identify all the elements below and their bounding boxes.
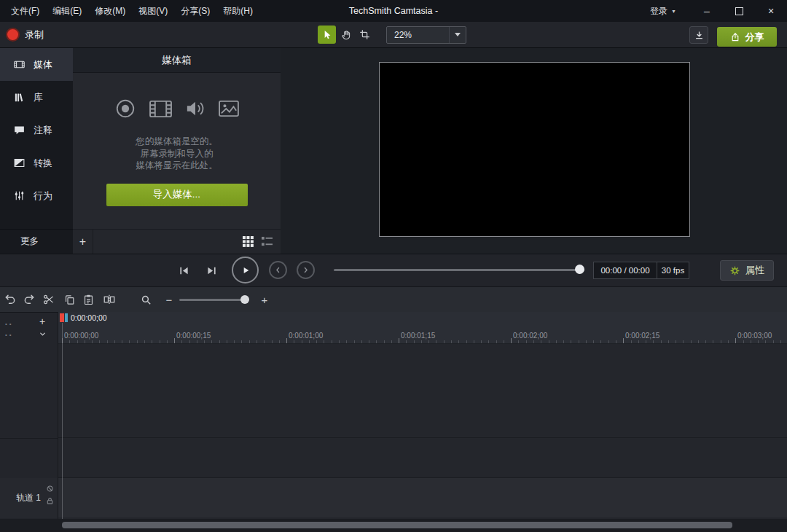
ruler-tick-mark [174,338,175,343]
grid-view-button[interactable] [243,236,254,247]
scrollbar-thumb[interactable] [62,522,732,528]
ruler-tick-label: 0:00:03;00 [737,332,772,340]
library-icon [13,91,26,103]
step-back-button[interactable] [175,262,192,279]
circle-slash-icon [46,485,54,493]
menu-file[interactable]: 文件(F) [4,0,46,22]
cursor-tool-button[interactable] [318,26,336,44]
gear-icon [729,265,740,276]
timeline-zoom-slider[interactable] [179,299,242,301]
sidebar-item-label: 媒体 [34,58,52,71]
playhead-in-handle[interactable] [65,313,68,322]
sidebar-item-transitions[interactable]: 转换 [0,146,73,179]
maximize-button[interactable] [723,0,755,22]
menu-help[interactable]: 帮助(H) [216,0,259,22]
track-header-column: •• •• + 轨道 1 [0,312,58,519]
sidebar-item-media[interactable]: 媒体 [0,48,73,81]
magnifier-icon [140,294,152,306]
sidebar-item-annotations[interactable]: 注释 [0,114,73,146]
crop-icon [359,29,370,40]
more-label: 更多 [20,235,39,248]
pan-tool-button[interactable] [337,26,355,44]
timeline-zoom-out-button[interactable]: − [160,291,178,308]
menu-modify[interactable]: 修改(M) [88,0,132,22]
cursor-icon [321,29,333,41]
track-menu-button[interactable] [35,328,50,340]
canvas-zoom-dropdown[interactable]: 22% [386,26,466,44]
redo-button[interactable] [20,291,38,308]
canvas-stage[interactable] [379,62,690,237]
scrubber-track[interactable] [334,269,584,271]
fps-display: 30 fps [657,262,689,279]
crop-tool-button[interactable] [356,26,374,44]
media-bin-empty-text: 您的媒体箱是空的。 屏幕录制和导入的 媒体将显示在此处。 [73,136,281,172]
add-track-button[interactable]: + [35,315,50,327]
track-lock-button[interactable] [46,497,54,505]
chevron-down-icon [449,27,466,43]
menu-items: 文件(F) 编辑(E) 修改(M) 视图(V) 分享(S) 帮助(H) [4,0,259,22]
sidebar-more-button[interactable]: 更多 [0,229,73,254]
time-display: 00:00 / 00:00 [593,262,657,279]
minimize-button[interactable]: – [691,0,723,22]
film-icon [149,99,173,119]
track-1-header[interactable]: 轨道 1 [0,478,58,518]
timeline-zoom-thumb[interactable] [240,295,249,304]
sidebar-item-library[interactable]: 库 [0,81,73,114]
sidebar-item-label: 注释 [34,124,52,137]
scrubber-thumb[interactable] [575,265,584,274]
track-1-lane[interactable] [58,477,787,517]
paste-button[interactable] [79,291,97,308]
sidebar-item-behaviors[interactable]: 行为 [0,179,73,212]
sidebar: 媒体 库 注释 转换 行为 [0,48,73,229]
split-icon [103,293,116,306]
close-button[interactable]: × [755,0,787,22]
undo-button[interactable] [1,291,19,308]
timeline-tracks-area[interactable] [58,344,787,519]
playhead-out-handle[interactable] [60,313,64,322]
play-button[interactable] [232,257,259,283]
chevron-down-icon: ▼ [671,9,676,14]
split-button[interactable] [101,291,118,308]
minus-icon: − [166,294,173,306]
track-disable-button[interactable] [46,485,54,493]
chevron-right-icon [301,265,310,275]
timeline-scrollbar [0,519,787,532]
cut-button[interactable] [40,291,58,308]
properties-button[interactable]: 属性 [720,260,774,281]
record-button[interactable]: 录制 [7,22,44,47]
menu-view[interactable]: 视图(V) [132,0,174,22]
list-view-icon [262,236,273,247]
login-button[interactable]: 登录 ▼ [650,0,676,22]
list-view-button[interactable] [262,236,273,247]
empty-text-line: 您的媒体箱是空的。 [73,136,281,148]
media-bin-panel: 媒体箱 您的媒体箱是空的。 屏幕录制和导入的 媒体将显示在此处。 导入媒体... [73,48,281,229]
copy-button[interactable] [60,291,78,308]
sidebar-item-label: 转换 [34,157,52,170]
ruler-minor-ticks [62,340,787,343]
step-forward-button[interactable] [203,262,220,279]
menu-share[interactable]: 分享(S) [174,0,216,22]
ruler-tick-mark [623,338,624,343]
canvas-tools: 22% [318,26,466,44]
timeline-zoom-in-button[interactable]: + [256,291,273,308]
download-button[interactable] [689,26,708,44]
menu-edit[interactable]: 编辑(E) [46,0,88,22]
track-divider [58,437,787,438]
timeline-ruler[interactable]: 0:00:00;00 0:00:00;15 0:00:01;00 0:00:01… [58,312,787,344]
track-toggle-icons [46,485,54,505]
empty-text-line: 屏幕录制和导入的 [73,148,281,160]
copy-icon [63,294,76,306]
camtasia-window: 文件(F) 编辑(E) 修改(M) 视图(V) 分享(S) 帮助(H) Tech… [0,0,787,532]
playhead-line[interactable] [62,323,63,519]
previous-clip-button[interactable] [269,261,287,279]
import-media-button[interactable]: 导入媒体... [106,184,248,206]
ruler-tick-mark [399,338,399,343]
paste-icon [82,294,95,306]
properties-label: 属性 [745,264,764,277]
share-button[interactable]: 分享 [717,27,777,47]
empty-text-line: 媒体将显示在此处。 [73,160,281,172]
next-clip-button[interactable] [297,261,315,279]
add-tab-button[interactable]: + [73,229,93,254]
track-divider [0,438,58,439]
media-bin-footer [93,229,281,254]
